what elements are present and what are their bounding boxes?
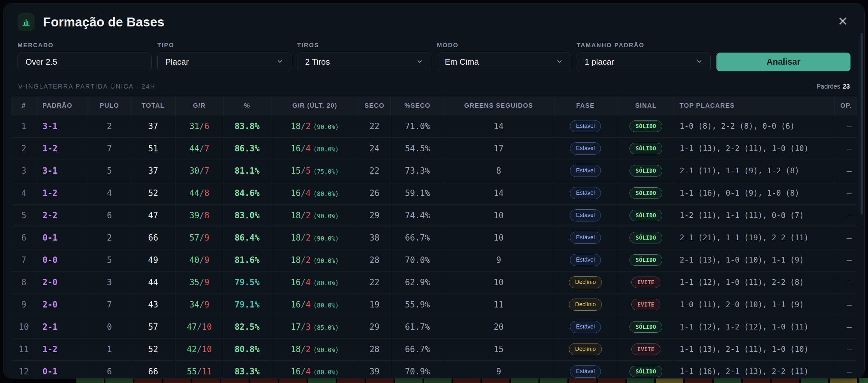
result-tile	[540, 378, 567, 383]
pct-value: 81.6%	[235, 255, 259, 265]
sinal-badge: EVITE	[631, 344, 661, 355]
pct-value: 86.3%	[235, 144, 259, 153]
filter-tiros: TIROS2 Tiros	[297, 42, 431, 71]
dropdown-select[interactable]: Em Cima	[437, 53, 571, 71]
market-input[interactable]: Over 2.5	[18, 53, 152, 71]
col-header: PULO	[88, 96, 131, 115]
cell-seco: 29	[359, 316, 391, 338]
cell-num: 10	[11, 316, 37, 338]
cell-gr: 31/6	[176, 115, 223, 137]
cell-total: 52	[131, 338, 176, 360]
dropdown-select[interactable]: 2 Tiros	[297, 53, 431, 71]
cell-pct_seco: 55.9%	[391, 293, 444, 316]
cell-op: —	[835, 182, 858, 204]
cell-padrao: 0-0	[37, 249, 88, 271]
filter-tipo: TIPOPlacar	[157, 42, 291, 71]
cell-ult: 16/4(80.0%)	[271, 360, 359, 379]
cell-top: 1-2 (11), 1-1 (11), 0-0 (7)	[674, 204, 835, 227]
cell-total: 57	[131, 316, 176, 338]
cell-top: 1-0 (8), 2-2 (8), 0-0 (6)	[674, 115, 835, 137]
pct-value: 83.0%	[235, 211, 259, 220]
modal-header: Formação de Bases ✕	[3, 3, 865, 31]
filter-value: Placar	[165, 57, 189, 67]
cell-fase: Estável	[553, 360, 618, 379]
cell-padrao: 2-0	[37, 293, 88, 316]
cell-ult: 18/2(90.0%)	[271, 115, 359, 137]
cell-padrao: 2-0	[37, 271, 88, 293]
sinal-badge: SÓLIDO	[629, 366, 662, 377]
screen: Formação de Bases ✕ MERCADOOver 2.5TIPOP…	[0, 0, 868, 383]
result-tile	[76, 378, 104, 383]
filter-mercado: MERCADOOver 2.5	[18, 42, 152, 71]
filter-label: MERCADO	[18, 42, 152, 49]
cell-total: 66	[131, 227, 176, 249]
table-row: 52-264739/883.0%18/2(90.0%)2974.4%10Está…	[11, 204, 858, 227]
result-tile	[772, 378, 799, 383]
cell-padrao: 1-2	[37, 137, 88, 159]
cell-op: —	[835, 316, 858, 338]
cell-pct_seco: 61.7%	[391, 316, 444, 338]
cell-greens: 10	[444, 271, 553, 293]
close-icon[interactable]: ✕	[834, 12, 852, 30]
cell-greens: 9	[444, 360, 553, 379]
cell-top: 2-1 (11), 1-1 (9), 1-2 (8)	[674, 159, 835, 182]
cell-greens: 11	[444, 293, 553, 316]
analyze-cell: Analisar	[716, 42, 850, 71]
cell-gr: 30/7	[176, 159, 223, 182]
fase-badge: Estável	[570, 365, 601, 378]
fase-badge: Estável	[570, 254, 601, 266]
sinal-badge: EVITE	[631, 276, 661, 288]
table-row: 102-105747/1082.5%17/3(85.0%)2961.7%20Es…	[11, 316, 858, 338]
col-header: G/R	[176, 96, 223, 115]
cell-sinal: SÓLIDO	[618, 115, 674, 137]
col-header: #	[11, 96, 37, 115]
cell-pulo: 2	[88, 115, 131, 137]
table-row: 120-166655/1183.3%16/4(80.0%)3970.9%9Est…	[11, 360, 858, 379]
cell-op: —	[835, 293, 858, 316]
cell-seco: 22	[359, 115, 391, 137]
cell-pulo: 5	[88, 249, 131, 271]
cell-num: 5	[11, 204, 37, 227]
cell-gr: 47/10	[176, 316, 223, 338]
cell-total: 52	[131, 182, 176, 204]
dropdown-select[interactable]: Placar	[157, 53, 291, 71]
patterns-count: Padrões23	[816, 83, 850, 90]
table-row: 33-153730/781.1%15/5(75.0%)2273.3%8Estáv…	[11, 159, 858, 182]
result-tile	[569, 378, 596, 383]
cell-gr: 42/10	[176, 338, 223, 360]
cell-sinal: EVITE	[618, 293, 674, 316]
cell-total: 44	[131, 271, 176, 293]
dropdown-select[interactable]: 1 placar	[577, 53, 711, 71]
cell-sinal: SÓLIDO	[618, 204, 674, 227]
cell-pulo: 5	[88, 159, 131, 182]
cell-gr: 55/11	[176, 360, 223, 379]
result-tile	[656, 378, 683, 383]
cell-gr: 40/9	[176, 249, 223, 271]
table-row: 21-275144/786.3%16/4(80.0%)2454.5%17Está…	[11, 137, 858, 159]
filter-modo: MODOEm Cima	[437, 42, 571, 71]
result-tile	[134, 378, 162, 383]
cell-sinal: SÓLIDO	[618, 137, 674, 159]
cell-padrao: 2-1	[37, 316, 88, 338]
cell-total: 66	[131, 360, 176, 379]
fase-badge: Estável	[570, 209, 601, 222]
pct-value: 79.1%	[235, 300, 259, 310]
pct-value: 81.1%	[235, 166, 259, 176]
scrollbar[interactable]	[861, 33, 863, 214]
filter-bar: MERCADOOver 2.5TIPOPlacarTIROS2 TirosMOD…	[3, 31, 865, 71]
cell-top: 1-1 (12), 1-2 (12), 1-0 (11)	[674, 316, 835, 338]
cell-pulo: 6	[88, 204, 131, 227]
cell-pct_seco: 54.5%	[391, 137, 444, 159]
cell-pct: 84.6%	[223, 182, 271, 204]
fase-badge: Estável	[570, 232, 601, 244]
fase-badge: Declínio	[569, 276, 602, 288]
cell-op: —	[835, 115, 858, 137]
sinal-badge: SÓLIDO	[629, 187, 662, 199]
col-header: OP.	[835, 96, 858, 115]
cell-pct_seco: 73.3%	[391, 159, 444, 182]
analyze-button[interactable]: Analisar	[716, 53, 850, 71]
pct-value: 86.4%	[235, 233, 259, 242]
cell-seco: 28	[359, 249, 391, 271]
result-tile	[714, 378, 741, 383]
cell-pulo: 3	[88, 271, 131, 293]
